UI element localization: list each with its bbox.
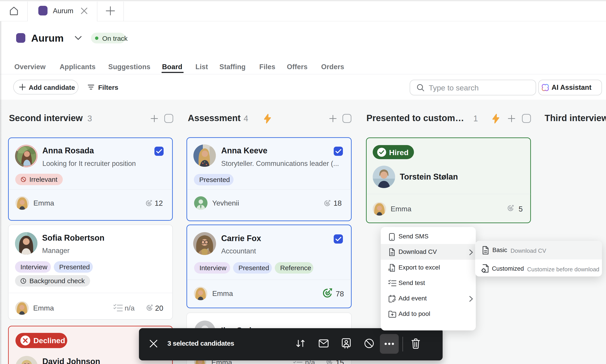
svg-text:XLS: XLS <box>388 268 393 271</box>
